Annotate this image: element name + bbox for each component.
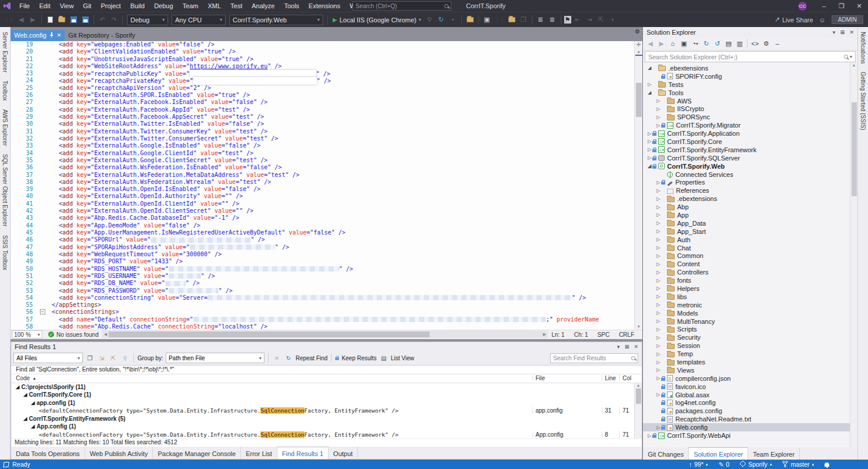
code-line[interactable]: 23 <add key="recaptchaPublicKey" value="… — [11, 70, 634, 77]
menu-tools[interactable]: Tools — [279, 0, 304, 12]
find-result-row[interactable]: <defaultConnectionFactory type="System.D… — [11, 431, 642, 439]
feedback-icon[interactable]: ☺ — [819, 16, 826, 24]
h-scrollbar-thumb[interactable] — [109, 331, 430, 337]
editor-zoom-dropdown[interactable]: 100 %▾ — [12, 330, 42, 339]
menu-team[interactable]: Team — [178, 0, 203, 12]
collapsed-arrow-icon[interactable]: ▷ — [646, 139, 652, 144]
find-result-row[interactable]: ◢CorrIT.Sporify.Core (1) — [11, 391, 642, 399]
open-file-icon[interactable] — [56, 15, 67, 25]
fold-collapse-icon[interactable]: − — [40, 309, 45, 314]
scroll-right-icon[interactable]: ▶ — [541, 332, 548, 337]
code-line[interactable]: 30 <add key="ExternalAuth.Twitter.IsEnab… — [11, 120, 634, 128]
code-line[interactable]: 43 <add key="Abp.Redis.Cache.DatabaseId"… — [11, 215, 634, 222]
collapsed-arrow-icon[interactable]: ▷ — [655, 229, 661, 234]
properties-icon[interactable]: ⚙ — [761, 39, 771, 49]
git-repository-picker[interactable]: Sporify▴ — [740, 461, 772, 468]
tree-item[interactable]: SPORIFY.config — [643, 72, 857, 81]
tree-item[interactable]: ▷Properties — [643, 178, 857, 186]
scroll-down-icon[interactable]: ▼ — [636, 323, 641, 330]
code-line[interactable]: 42 <add key="ExternalAuth.OpenId.ClientS… — [11, 207, 634, 215]
tree-item[interactable]: ▷Auth — [643, 236, 857, 244]
tree-item[interactable]: ◢CorrIT.Sporify.Web — [643, 162, 857, 170]
editor-tab-web-config[interactable]: Web.config✕ — [11, 30, 65, 41]
code-line[interactable]: 55</appSettings> — [11, 302, 634, 309]
code-line[interactable]: 19 <add key="webpages:Enabled" value="fa… — [11, 41, 634, 48]
tree-item[interactable]: ▷compilerconfig.json — [643, 374, 857, 383]
menu-build[interactable]: Build — [126, 0, 149, 12]
menu-edit[interactable]: Edit — [35, 0, 55, 12]
side-tab-notifications[interactable]: Notifications — [860, 32, 866, 63]
scroll-left-icon[interactable]: ◀ — [102, 332, 109, 337]
tree-item[interactable]: RecaptchaNet.Readme.txt — [643, 415, 857, 423]
tree-item[interactable]: ▷App_Start — [643, 227, 857, 236]
restore-button[interactable]: ❐ — [833, 0, 850, 12]
collapsed-arrow-icon[interactable]: ▷ — [655, 335, 661, 340]
code-line[interactable]: 20 <add key="ClientValidationEnabled" va… — [11, 48, 634, 55]
toolbar-overflow-icon[interactable]: ▾ — [608, 15, 618, 25]
navigate-forward-icon[interactable]: ▶ — [28, 15, 38, 25]
new-file-icon[interactable] — [45, 15, 55, 25]
new-folder-icon[interactable] — [507, 15, 517, 25]
menu-file[interactable]: File — [15, 0, 35, 12]
collapsed-arrow-icon[interactable]: ▷ — [646, 147, 652, 152]
collapsed-arrow-icon[interactable]: ▷ — [646, 82, 652, 87]
tree-item[interactable]: ▷MultiTenancy — [643, 317, 857, 326]
expand-arrow-icon[interactable]: ◢ — [31, 400, 35, 406]
pin-icon[interactable] — [49, 32, 54, 39]
side-tab-getting-started-ssis-[interactable]: Getting Started (SSIS) — [860, 72, 866, 130]
code-line[interactable]: 29 <add key="ExternalAuth.Facebook.AppSe… — [11, 113, 634, 120]
indent-decrease-icon[interactable]: ≣ — [535, 15, 546, 25]
import-results-icon[interactable]: ⇲ — [97, 353, 106, 363]
repeat-find-label[interactable]: Repeat Find — [296, 355, 327, 361]
show-all-files-icon[interactable]: ▥ — [735, 39, 745, 49]
editor-window-gear-icon[interactable]: ⚙ — [635, 28, 640, 35]
list-view-label[interactable]: List View — [391, 355, 414, 361]
tree-item[interactable]: ▷Common — [643, 252, 857, 260]
tree-item[interactable]: ▷Session — [643, 341, 857, 350]
expanded-arrow-icon[interactable]: ◢ — [646, 163, 652, 169]
find-in-files-icon[interactable] — [465, 15, 475, 25]
save-all-icon[interactable] — [80, 15, 91, 25]
tree-item[interactable]: ▷CorrIT.Sporify.WebApi — [643, 431, 857, 440]
code-line[interactable]: 51 <add key="RDS_USERNAME" value="" /> — [11, 273, 634, 280]
code-line[interactable]: 40 <add key="ExternalAuth.OpenId.Authori… — [11, 193, 634, 200]
side-tab-server-explorer[interactable]: Server Explorer — [2, 32, 8, 72]
code-line[interactable]: 22 <add key="WebSiteRootAddress" value="… — [11, 63, 634, 70]
code-line[interactable]: 49 <add key="RDS_PORT" value="1433" /> — [11, 258, 634, 265]
collapsed-arrow-icon[interactable]: ▷ — [655, 212, 661, 217]
explorer-forward-icon[interactable]: ▶ — [656, 39, 666, 49]
git-pending-edits[interactable]: ✎ 0 — [719, 461, 730, 468]
collapsed-arrow-icon[interactable]: ▷ — [655, 392, 661, 397]
clear-bookmarks-icon[interactable]: ⇱ — [596, 15, 606, 25]
tree-item[interactable]: ▷CorrIT.Sporify.Core — [643, 138, 857, 146]
panel-tab-data-tools-operations[interactable]: Data Tools Operations — [11, 447, 85, 459]
code-line[interactable]: 50 <add key="RDS_HOSTNAME" value="" /> — [11, 266, 634, 273]
collapsed-arrow-icon[interactable]: ▷ — [655, 180, 661, 185]
refresh-icon[interactable]: ↻ — [436, 15, 447, 25]
collapsed-arrow-icon[interactable]: ▷ — [655, 278, 661, 283]
expanded-arrow-icon[interactable]: ◢ — [646, 90, 652, 95]
export-results-icon[interactable]: ⇱ — [109, 353, 118, 363]
collapsed-arrow-icon[interactable]: ▷ — [655, 310, 661, 316]
group-by-dropdown[interactable]: Path then File▾ — [166, 353, 264, 363]
collapsed-arrow-icon[interactable]: ▷ — [655, 106, 661, 112]
tree-item[interactable]: ▷Abp — [643, 203, 857, 211]
panel-tab-web-publish-activity[interactable]: Web Publish Activity — [85, 447, 153, 459]
collapsed-arrow-icon[interactable]: ▷ — [655, 302, 661, 307]
tree-item[interactable]: log4net.config — [643, 399, 857, 407]
collapsed-arrow-icon[interactable]: ▷ — [646, 131, 652, 136]
tree-item[interactable]: ▷SPORSync — [643, 113, 857, 121]
copy-icon[interactable]: ❐ — [518, 15, 529, 25]
explorer-back-icon[interactable]: ◀ — [645, 39, 655, 49]
tree-item[interactable]: ▷CorrIT.Sporify.Migrator — [643, 121, 857, 129]
tree-item[interactable]: ▷CorrIT.Sporify.SQLServer — [643, 154, 857, 162]
collapse-all-icon[interactable]: ▤ — [723, 39, 733, 49]
pin-icon[interactable]: 𝌆 — [840, 29, 844, 35]
panel-tab-package-manager-console[interactable]: Package Manager Console — [153, 447, 241, 459]
collapsed-arrow-icon[interactable]: ▷ — [655, 327, 661, 332]
collapsed-arrow-icon[interactable]: ▷ — [655, 220, 661, 226]
copy-results-icon[interactable]: ❐ — [85, 353, 95, 363]
find-result-row[interactable]: ◢C:\projects\Sporify (11) — [11, 383, 642, 391]
code-editor[interactable]: 19 <add key="webpages:Enabled" value="fa… — [11, 41, 642, 330]
tree-item[interactable]: ◢.ebextensions — [643, 64, 857, 72]
